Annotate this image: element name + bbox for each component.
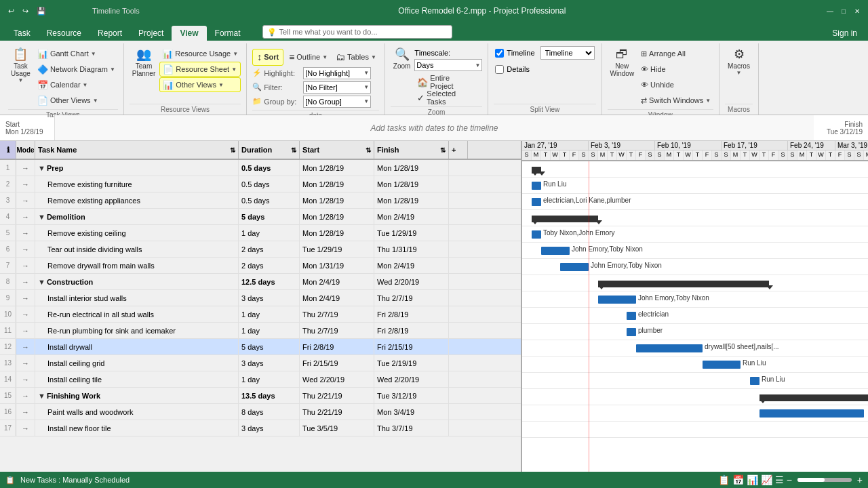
task-name-cell[interactable]: ▼ Demolition [35, 209, 239, 224]
collapse-icon[interactable]: ▼ [38, 392, 45, 400]
task-name-cell[interactable]: ▼ Finishing Work [35, 388, 239, 403]
task-start-cell[interactable]: Mon 1/28/19 [300, 225, 374, 241]
table-row[interactable]: 1 → ▼ Prep 0.5 days Mon 1/28/19 Mon 1/28… [0, 160, 521, 176]
gantt-bar[interactable] [541, 247, 570, 255]
tables-button[interactable]: 🗂 Tables ▼ [333, 49, 379, 66]
collapse-icon[interactable]: ▼ [38, 213, 45, 221]
tab-resource[interactable]: Resource [39, 26, 90, 41]
task-start-cell[interactable]: Mon 1/28/19 [300, 160, 374, 176]
team-planner-button[interactable]: 👥 TeamPlanner [130, 46, 158, 79]
table-row[interactable]: 12 → Install drywall 5 days Fri 2/8/19 F… [0, 339, 521, 355]
header-finish[interactable]: Finish ⇅ [374, 141, 449, 159]
gantt-bar[interactable] [627, 312, 636, 320]
redo-icon[interactable]: ↪ [20, 5, 31, 17]
task-finish-cell[interactable]: Tue 2/19/19 [374, 355, 449, 371]
gantt-arrow[interactable]: ▼ [91, 51, 96, 57]
network-arrow[interactable]: ▼ [110, 66, 115, 73]
task-finish-cell[interactable]: Mon 1/28/19 [374, 176, 449, 192]
task-duration-cell[interactable]: 2 days [239, 258, 300, 273]
status-icon-1[interactable]: 📋 [718, 474, 730, 485]
table-row[interactable]: 3 → Remove existing appliances 0.5 days … [0, 192, 521, 209]
timescale-dropdown[interactable]: Days ▼ [414, 59, 482, 71]
sign-in-button[interactable]: Sign in [832, 28, 857, 41]
highlight-dropdown[interactable]: [No Highlight] ▼ [303, 67, 371, 79]
task-start-cell[interactable]: Mon 1/31/19 [300, 258, 374, 273]
task-name-cell[interactable]: Re-run plumbing for sink and icemaker [35, 323, 239, 338]
table-row[interactable]: 5 → Remove existing ceiling 1 day Mon 1/… [0, 225, 521, 241]
tab-project[interactable]: Project [130, 26, 172, 41]
task-duration-cell[interactable]: 3 days [239, 290, 300, 306]
task-name-cell[interactable]: Install new floor tile [35, 420, 239, 436]
gantt-bar[interactable] [760, 409, 864, 418]
timescale-arrow[interactable]: ▼ [475, 62, 480, 68]
task-name-cell[interactable]: ▼ Construction [35, 274, 239, 289]
table-row[interactable]: 6 → Tear out inside dividing walls 2 day… [0, 241, 521, 258]
groupby-dropdown[interactable]: [No Group] ▼ [303, 96, 371, 108]
outline-arrow[interactable]: ▼ [322, 54, 328, 60]
start-sort-icon[interactable]: ⇅ [366, 146, 371, 154]
task-start-cell[interactable]: Mon 2/4/19 [300, 274, 374, 289]
task-start-cell[interactable]: Wed 2/20/19 [300, 371, 374, 387]
gantt-bar[interactable] [703, 361, 741, 369]
table-row[interactable]: 11 → Re-run plumbing for sink and icemak… [0, 323, 521, 339]
header-taskname[interactable]: Task Name ⇅ [35, 141, 239, 159]
new-window-button[interactable]: 🗗 NewWindow [608, 46, 637, 79]
collapse-icon[interactable]: ▼ [38, 278, 45, 286]
task-start-cell[interactable]: Mon 1/28/19 [300, 176, 374, 192]
status-icon-3[interactable]: 📊 [747, 474, 758, 485]
task-duration-cell[interactable]: 0.5 days [239, 160, 300, 176]
gantt-bar[interactable] [532, 182, 541, 190]
task-name-cell[interactable]: Install drywall [35, 339, 239, 354]
task-finish-cell[interactable]: Thu 3/7/19 [374, 420, 449, 436]
groupby-arrow[interactable]: ▼ [363, 98, 369, 104]
task-finish-cell[interactable]: Tue 1/29/19 [374, 225, 449, 241]
gantt-bar[interactable] [532, 198, 541, 206]
collapse-icon[interactable]: ▼ [38, 164, 45, 172]
tab-report[interactable]: Report [90, 26, 130, 41]
other-views-task-button[interactable]: 📄 Other Views ▼ [35, 93, 118, 108]
task-finish-cell[interactable]: Mon 1/28/19 [374, 192, 449, 208]
highlight-arrow[interactable]: ▼ [363, 70, 369, 76]
table-row[interactable]: 16 → Paint walls and woodwork 8 days Thu… [0, 404, 521, 420]
task-finish-cell[interactable]: Fri 2/8/19 [374, 323, 449, 338]
task-duration-cell[interactable]: 5 days [239, 339, 300, 354]
other-views-res-arrow[interactable]: ▼ [218, 82, 224, 88]
hide-button[interactable]: 👁 Hide [638, 62, 713, 77]
macros-arrow[interactable]: ▼ [736, 70, 742, 76]
tab-format[interactable]: Format [207, 26, 249, 41]
status-icon-4[interactable]: 📈 [761, 474, 772, 485]
task-start-cell[interactable]: Mon 2/4/19 [300, 290, 374, 306]
task-name-cell[interactable]: Install interior stud walls [35, 290, 239, 306]
task-duration-cell[interactable]: 12.5 days [239, 274, 300, 289]
task-duration-cell[interactable]: 0.5 days [239, 192, 300, 208]
task-finish-cell[interactable]: Thu 2/7/19 [374, 290, 449, 306]
network-diagram-button[interactable]: 🔷 Network Diagram ▼ [35, 62, 118, 77]
tab-view[interactable]: View [172, 26, 206, 41]
task-start-cell[interactable]: Fri 2/15/19 [300, 355, 374, 371]
table-row[interactable]: 9 → Install interior stud walls 3 days M… [0, 290, 521, 306]
header-start[interactable]: Start ⇅ [300, 141, 374, 159]
task-finish-cell[interactable]: Mon 1/28/19 [374, 160, 449, 176]
details-checkbox[interactable] [495, 65, 504, 74]
gantt-bar[interactable] [532, 230, 541, 239]
taskname-sort-icon[interactable]: ⇅ [230, 146, 235, 154]
timeline-checkbox[interactable] [495, 49, 504, 58]
task-duration-cell[interactable]: 1 day [239, 225, 300, 241]
table-row[interactable]: 13 → Install ceiling grid 3 days Fri 2/1… [0, 355, 521, 371]
gantt-bar[interactable] [560, 263, 589, 271]
outline-button[interactable]: ≡ Outline ▼ [286, 49, 330, 66]
tell-me-input[interactable]: 💡 Tell me what you want to do... [262, 25, 452, 39]
task-usage-arrow[interactable]: ▼ [18, 77, 23, 83]
task-usage-button[interactable]: 📋 TaskUsage ▼ [8, 46, 33, 85]
task-start-cell[interactable]: Tue 1/29/19 [300, 241, 374, 257]
task-name-cell[interactable]: Tear out inside dividing walls [35, 241, 239, 257]
task-duration-cell[interactable]: 13.5 days [239, 388, 300, 403]
macros-button[interactable]: ⚙ Macros ▼ [725, 46, 753, 77]
maximize-button[interactable]: □ [838, 5, 849, 16]
task-start-cell[interactable]: Thu 2/7/19 [300, 323, 374, 338]
task-finish-cell[interactable]: Fri 2/8/19 [374, 306, 449, 322]
undo-icon[interactable]: ↩ [5, 5, 17, 17]
task-start-cell[interactable]: Tue 3/5/19 [300, 420, 374, 436]
table-row[interactable]: 7 → Remove drywall from main walls 2 day… [0, 258, 521, 274]
finish-sort-icon[interactable]: ⇅ [440, 146, 446, 154]
